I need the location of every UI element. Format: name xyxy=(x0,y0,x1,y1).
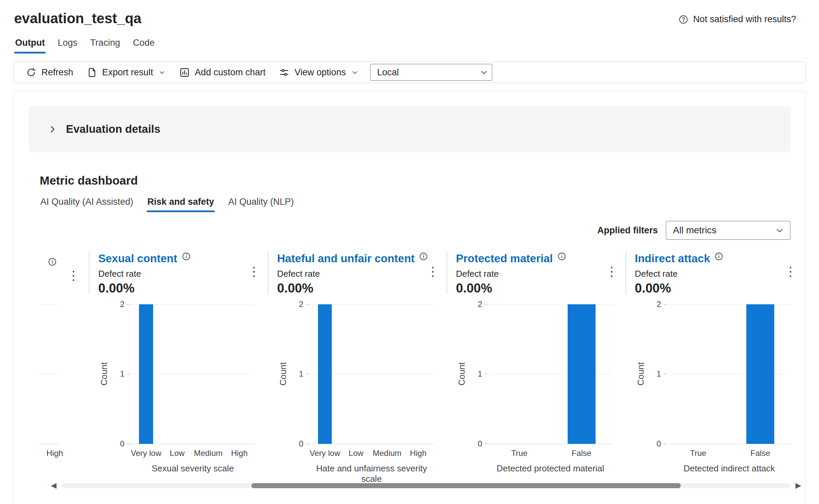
help-link[interactable]: Not satisfied with results? xyxy=(678,14,796,25)
page-header: evaluation_test_qa Not satisfied with re… xyxy=(0,0,819,27)
scroll-left-icon[interactable]: ◀ xyxy=(51,482,57,489)
partial-x-tick: High xyxy=(46,449,63,458)
plot-area xyxy=(667,304,792,444)
card-divider xyxy=(89,252,90,294)
x-tick-label: Very low xyxy=(131,449,162,458)
x-axis-label: Sexual severity scale xyxy=(131,463,255,474)
refresh-label: Refresh xyxy=(41,67,73,78)
plot-column xyxy=(224,304,255,444)
tab-code[interactable]: Code xyxy=(132,34,156,53)
card-divider xyxy=(268,252,269,294)
more-options-icon[interactable]: ⋮ xyxy=(248,265,260,278)
info-icon[interactable] xyxy=(182,252,191,261)
info-icon[interactable] xyxy=(714,252,723,261)
y-tick-label: 0 xyxy=(299,439,303,449)
bar-chart: Count 012 xyxy=(98,304,255,444)
gridline-stub xyxy=(39,374,59,374)
refresh-button[interactable]: Refresh xyxy=(19,63,80,81)
add-custom-chart-label: Add custom chart xyxy=(195,67,265,78)
environment-select-value: Local xyxy=(377,67,399,78)
y-tick-mark xyxy=(127,443,130,444)
y-tick-label: 0 xyxy=(656,439,661,449)
y-tick-label: 0 xyxy=(478,439,482,449)
y-tick-label: 1 xyxy=(478,369,482,379)
plot-column xyxy=(341,304,371,444)
x-tick-label: High xyxy=(224,449,255,458)
evaluation-details-expander[interactable]: Evaluation details xyxy=(29,106,790,152)
bar-chart: Count 012 xyxy=(635,304,792,444)
chevron-down-icon xyxy=(158,69,166,76)
environment-select[interactable]: Local xyxy=(370,64,492,81)
x-axis-categories: Very lowLowMediumHigh xyxy=(131,449,255,458)
plot-area xyxy=(310,304,434,444)
export-result-button[interactable]: Export result xyxy=(80,63,173,81)
metric-label: Defect rate xyxy=(456,269,626,279)
tab-ai-quality-nlp[interactable]: AI Quality (NLP) xyxy=(227,193,294,212)
view-options-label: View options xyxy=(294,67,346,78)
help-icon xyxy=(678,14,688,25)
x-axis-categories: Very lowLowMediumHigh xyxy=(310,449,434,458)
scrollbar-thumb[interactable] xyxy=(251,483,681,488)
y-tick-label: 1 xyxy=(120,369,124,379)
plot-column xyxy=(488,304,550,444)
gridline-stub xyxy=(39,444,59,444)
y-axis: Count 012 xyxy=(635,304,667,444)
x-axis-label: Hate and unfairness severity scale xyxy=(310,463,434,484)
x-tick-label: True xyxy=(667,449,729,458)
bar-chart: Count 012 xyxy=(456,304,613,444)
chart-title-row: Hateful and unfair content xyxy=(277,252,447,265)
card-divider xyxy=(447,252,447,294)
y-tick-mark xyxy=(306,374,309,374)
plot-column xyxy=(131,304,162,444)
chart-title[interactable]: Protected material xyxy=(456,252,553,265)
x-tick-label: False xyxy=(550,449,613,458)
more-options-icon[interactable]: ⋮ xyxy=(606,265,618,278)
bar xyxy=(746,304,774,444)
metric-dashboard: Metric dashboard AI Quality (AI Assisted… xyxy=(14,152,805,212)
view-options-button[interactable]: View options xyxy=(272,63,365,81)
add-custom-chart-button[interactable]: Add custom chart xyxy=(173,63,272,81)
chart-title[interactable]: Hateful and unfair content xyxy=(277,252,415,265)
metrics-filter-select[interactable]: All metrics xyxy=(666,221,790,240)
metric-dashboard-title: Metric dashboard xyxy=(40,174,790,187)
scrollbar-track[interactable] xyxy=(62,483,790,488)
y-axis-label: Count xyxy=(457,362,467,386)
x-tick-label: High xyxy=(403,449,434,458)
metric-value: 0.00% xyxy=(456,281,626,296)
tab-output[interactable]: Output xyxy=(14,34,46,53)
tab-ai-quality-ai-assisted[interactable]: AI Quality (AI Assisted) xyxy=(40,193,134,212)
y-tick-mark xyxy=(306,304,309,305)
info-icon[interactable] xyxy=(48,257,57,266)
chart-title[interactable]: Indirect attack xyxy=(635,252,710,265)
info-icon[interactable] xyxy=(419,252,428,261)
gridline xyxy=(131,444,255,444)
plot-area xyxy=(131,304,255,444)
plot-column xyxy=(162,304,192,444)
more-options-icon[interactable]: ⋮ xyxy=(784,265,797,278)
charts-row: ⋮ High ⋮ Sexual content Defect rate 0.00… xyxy=(14,250,805,484)
tab-risk-and-safety[interactable]: Risk and safety xyxy=(147,193,215,212)
chart-title[interactable]: Sexual content xyxy=(98,252,177,265)
card-divider xyxy=(626,252,626,294)
y-axis: Count 012 xyxy=(277,304,310,444)
y-tick-mark xyxy=(127,304,130,305)
dashboard-tabs: AI Quality (AI Assisted) Risk and safety… xyxy=(40,193,790,212)
tab-logs[interactable]: Logs xyxy=(57,34,78,53)
y-tick-label: 1 xyxy=(656,369,661,379)
y-tick-label: 1 xyxy=(299,369,303,379)
x-axis-categories: TrueFalse xyxy=(488,449,613,458)
more-options-icon[interactable]: ⋮ xyxy=(427,265,439,278)
scroll-right-icon[interactable]: ▶ xyxy=(795,482,801,489)
bar xyxy=(568,304,596,444)
gridline xyxy=(488,444,613,444)
y-tick-mark xyxy=(127,374,130,374)
tab-tracing[interactable]: Tracing xyxy=(89,34,121,53)
x-axis-label: Detected protected material xyxy=(488,463,613,474)
more-options-icon[interactable]: ⋮ xyxy=(67,269,81,282)
info-icon[interactable] xyxy=(557,252,566,261)
y-axis: Count 012 xyxy=(98,304,131,444)
chart-title-row: Protected material xyxy=(456,252,626,265)
export-result-label: Export result xyxy=(102,67,153,78)
chart-card: ⋮ Indirect attack Defect rate 0.00% Coun… xyxy=(626,250,805,484)
y-tick-label: 2 xyxy=(478,300,482,309)
